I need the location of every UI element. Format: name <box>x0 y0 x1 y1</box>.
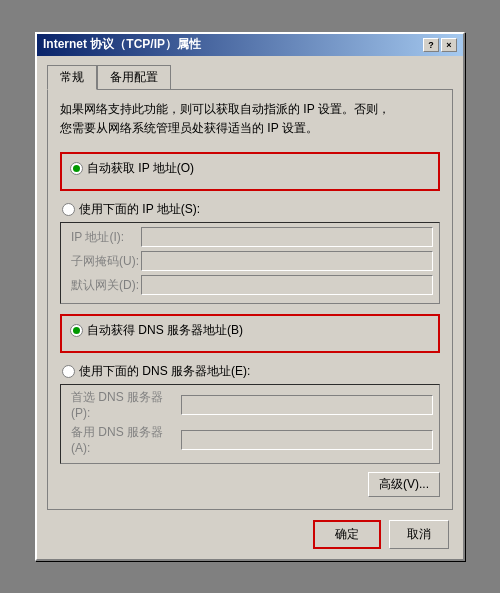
gateway-label: 默认网关(D): <box>71 277 141 294</box>
auto-dns-row: 自动获得 DNS 服务器地址(B) <box>70 322 430 339</box>
auto-ip-dot <box>73 165 80 172</box>
gateway-row: 默认网关(D): <box>67 275 433 295</box>
cancel-button[interactable]: 取消 <box>389 520 449 549</box>
auto-ip-radio[interactable] <box>70 162 83 175</box>
ip-section-box: 自动获取 IP 地址(O) <box>60 152 440 191</box>
manual-ip-row: 使用下面的 IP 地址(S): <box>60 201 440 218</box>
subnet-input[interactable] <box>141 251 433 271</box>
window-title: Internet 协议（TCP/IP）属性 <box>43 36 201 53</box>
auto-dns-dot <box>73 327 80 334</box>
dns-fields-container: 首选 DNS 服务器(P): 备用 DNS 服务器(A): <box>60 384 440 464</box>
advanced-button[interactable]: 高级(V)... <box>368 472 440 497</box>
title-bar-buttons: ? × <box>423 38 457 52</box>
auto-dns-label: 自动获得 DNS 服务器地址(B) <box>87 322 243 339</box>
preferred-dns-label: 首选 DNS 服务器(P): <box>71 389 181 420</box>
tab-general[interactable]: 常规 <box>47 65 97 90</box>
subnet-row: 子网掩码(U): <box>67 251 433 271</box>
alternate-dns-label: 备用 DNS 服务器(A): <box>71 424 181 455</box>
close-button[interactable]: × <box>441 38 457 52</box>
description-line1: 如果网络支持此功能，则可以获取自动指派的 IP 设置。否则， <box>60 102 390 116</box>
tab-content: 如果网络支持此功能，则可以获取自动指派的 IP 设置。否则， 您需要从网络系统管… <box>47 89 453 510</box>
manual-dns-label: 使用下面的 DNS 服务器地址(E): <box>79 363 250 380</box>
preferred-dns-row: 首选 DNS 服务器(P): <box>67 389 433 420</box>
manual-dns-radio[interactable] <box>62 365 75 378</box>
preferred-dns-input[interactable] <box>181 395 433 415</box>
ip-address-input[interactable] <box>141 227 433 247</box>
ip-fields-container: IP 地址(I): 子网掩码(U): 默认网关(D): <box>60 222 440 304</box>
alternate-dns-row: 备用 DNS 服务器(A): <box>67 424 433 455</box>
dialog-buttons: 确定 取消 <box>47 520 453 549</box>
advanced-button-row: 高级(V)... <box>60 472 440 497</box>
gateway-input[interactable] <box>141 275 433 295</box>
ok-button[interactable]: 确定 <box>313 520 381 549</box>
auto-dns-radio[interactable] <box>70 324 83 337</box>
manual-ip-dot <box>65 206 72 213</box>
manual-ip-label: 使用下面的 IP 地址(S): <box>79 201 200 218</box>
tab-alternate[interactable]: 备用配置 <box>97 65 171 90</box>
auto-ip-row: 自动获取 IP 地址(O) <box>70 160 430 177</box>
dialog-content: 常规 备用配置 如果网络支持此功能，则可以获取自动指派的 IP 设置。否则， 您… <box>37 56 463 559</box>
title-bar: Internet 协议（TCP/IP）属性 ? × <box>37 34 463 56</box>
ip-address-label: IP 地址(I): <box>71 229 141 246</box>
alternate-dns-input[interactable] <box>181 430 433 450</box>
help-button[interactable]: ? <box>423 38 439 52</box>
subnet-label: 子网掩码(U): <box>71 253 141 270</box>
ip-address-row: IP 地址(I): <box>67 227 433 247</box>
dialog-window: Internet 协议（TCP/IP）属性 ? × 常规 备用配置 如果网络支持… <box>35 32 465 561</box>
description-text: 如果网络支持此功能，则可以获取自动指派的 IP 设置。否则， 您需要从网络系统管… <box>60 100 440 138</box>
dns-section-box: 自动获得 DNS 服务器地址(B) <box>60 314 440 353</box>
description-line2: 您需要从网络系统管理员处获得适当的 IP 设置。 <box>60 121 318 135</box>
auto-ip-label: 自动获取 IP 地址(O) <box>87 160 194 177</box>
manual-ip-radio[interactable] <box>62 203 75 216</box>
manual-dns-row: 使用下面的 DNS 服务器地址(E): <box>60 363 440 380</box>
manual-dns-dot <box>65 368 72 375</box>
tab-bar: 常规 备用配置 <box>47 65 453 90</box>
